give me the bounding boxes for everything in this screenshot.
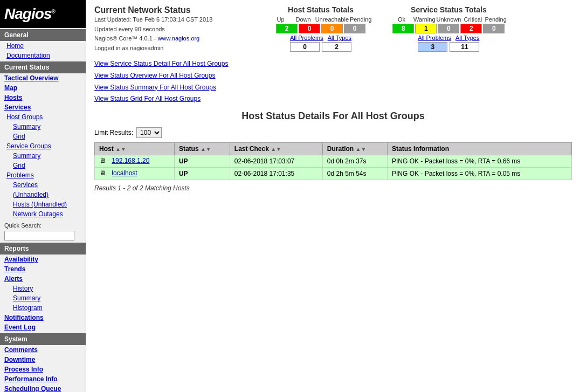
sidebar-item-alerts[interactable]: Alerts — [0, 274, 86, 284]
sidebar-item-event-log[interactable]: Event Log — [0, 322, 86, 332]
view-status-overview-link[interactable]: View Status Overview For All Host Groups — [94, 70, 572, 82]
view-status-summary-link[interactable]: View Status Summary For All Host Groups — [94, 82, 572, 94]
host-unreachable-label: Unreachable — [315, 16, 349, 23]
svc-all-problems-count[interactable]: 3 — [418, 42, 447, 52]
sidebar-item-host-groups[interactable]: Host Groups — [0, 112, 86, 122]
row1-host-link[interactable]: 192.168.1.20 — [112, 157, 149, 164]
svc-all-problems-link[interactable]: All Problems — [418, 35, 451, 41]
row1-status: UP — [179, 157, 188, 165]
status-sort-icon[interactable]: ▲▼ — [201, 146, 211, 152]
host-all-types-count[interactable]: 2 — [322, 42, 351, 52]
host-down-label: Down — [293, 16, 314, 23]
svc-unknown-count[interactable]: 0 — [438, 24, 459, 33]
svc-pending-count[interactable]: 0 — [483, 24, 505, 33]
row2-host-icon: 🖥 — [99, 169, 108, 178]
row1-last-check: 02-06-2018 17:03:07 — [230, 155, 322, 167]
svc-bottom-values: 3 11 — [391, 42, 507, 52]
version-text: Nagios® Core™ 4.0.1 - — [94, 35, 158, 42]
row1-status-info: PING OK - Packet loss = 0%, RTA = 0.66 m… — [388, 155, 572, 167]
col-duration: Duration ▲▼ — [322, 142, 387, 155]
svc-all-types-link[interactable]: All Types — [455, 35, 479, 41]
network-status-title: Current Network Status — [94, 5, 251, 15]
col-status-info-label: Status Information — [392, 145, 449, 153]
host-all-problems-count[interactable]: 0 — [290, 42, 320, 52]
row2-status-cell: UP — [174, 167, 230, 180]
row1-duration: 0d 0h 2m 37s — [322, 155, 387, 167]
version-link[interactable]: www.nagios.org — [158, 35, 200, 42]
host-up-count[interactable]: 2 — [276, 24, 298, 33]
limit-results-select[interactable]: 25 50 100 200 All — [136, 127, 162, 138]
version-line: Nagios® Core™ 4.0.1 - www.nagios.org — [94, 34, 251, 44]
host-pending-count[interactable]: 0 — [344, 24, 365, 33]
sidebar-item-documentation[interactable]: Documentation — [0, 51, 86, 60]
sidebar-item-services[interactable]: Services — [0, 102, 86, 112]
sidebar-item-host-groups-grid[interactable]: Grid — [0, 132, 86, 141]
sidebar-item-alerts-history[interactable]: History — [0, 284, 86, 293]
sidebar-item-home[interactable]: Home — [0, 41, 86, 51]
host-up-label: Up — [270, 16, 292, 23]
svc-warning-count[interactable]: 1 — [415, 24, 437, 33]
view-status-grid-link[interactable]: View Status Grid For All Host Groups — [94, 93, 572, 105]
svc-ok-label: Ok — [391, 16, 412, 23]
svc-pending-label: Pending — [485, 16, 506, 23]
host-all-types-link[interactable]: All Types — [328, 35, 351, 41]
sidebar-item-service-groups-grid[interactable]: Grid — [0, 161, 86, 170]
sidebar-item-hosts[interactable]: Hosts — [0, 93, 86, 102]
row2-last-check: 02-06-2018 17:01:35 — [230, 167, 322, 180]
host-all-problems-link[interactable]: All Problems — [290, 35, 323, 41]
quick-search-input[interactable] — [4, 231, 74, 240]
col-duration-label: Duration — [327, 145, 354, 153]
host-status-totals-values: 2 0 0 0 — [267, 24, 375, 33]
sidebar-item-scheduling-queue[interactable]: Scheduling Queue — [0, 384, 86, 392]
svc-all-types-count[interactable]: 11 — [450, 42, 479, 52]
svc-all-links: All Problems All Types — [391, 35, 507, 41]
sidebar-item-trends[interactable]: Trends — [0, 264, 86, 274]
sidebar-item-tactical-overview[interactable]: Tactical Overview — [0, 73, 86, 83]
sidebar-item-availability[interactable]: Availability — [0, 255, 86, 264]
host-down-count[interactable]: 0 — [299, 24, 320, 33]
duration-sort-icon[interactable]: ▲▼ — [356, 146, 367, 152]
sidebar-item-service-groups[interactable]: Service Groups — [0, 141, 86, 151]
sidebar-item-problems-hosts-unhandled[interactable]: Hosts (Unhandled) — [0, 200, 86, 209]
last-check-sort-icon[interactable]: ▲▼ — [271, 146, 281, 152]
col-host-label: Host — [99, 145, 114, 153]
results-count: Results 1 - 2 of 2 Matching Hosts — [94, 184, 572, 192]
main-content: Current Network Status Last Updated: Tue… — [86, 0, 580, 392]
sidebar-item-comments[interactable]: Comments — [0, 345, 86, 355]
row2-host-link[interactable]: localhost — [112, 169, 137, 177]
sidebar-item-alerts-summary[interactable]: Summary — [0, 293, 86, 303]
row2-status: UP — [179, 170, 188, 177]
sidebar-item-notifications[interactable]: Notifications — [0, 313, 86, 322]
logo-reg: ® — [51, 9, 54, 15]
table-row: 🖥 192.168.1.20 UP 02-06-2018 17:03:07 0d… — [95, 155, 572, 167]
svc-ok-count[interactable]: 8 — [392, 24, 414, 33]
service-status-totals-labels: Ok Warning Unknown Critical Pending — [391, 16, 507, 23]
sidebar-item-performance-info[interactable]: Performance Info — [0, 374, 86, 384]
logo-text: Nagios® — [4, 5, 55, 23]
quick-search-label: Quick Search: — [0, 219, 86, 230]
sidebar-item-process-info[interactable]: Process Info — [0, 365, 86, 374]
sidebar-item-alerts-histogram[interactable]: Histogram — [0, 303, 86, 313]
service-status-totals-values: 8 1 0 2 0 — [391, 24, 507, 33]
svc-critical-count[interactable]: 2 — [460, 24, 482, 33]
host-unreachable-count[interactable]: 0 — [321, 24, 343, 33]
sidebar-item-problems[interactable]: Problems — [0, 170, 86, 180]
row2-host-cell: 🖥 localhost — [95, 167, 175, 180]
sidebar-item-problems-services[interactable]: Services — [0, 180, 86, 190]
col-status-label: Status — [179, 145, 199, 153]
host-pending-label: Pending — [350, 16, 371, 23]
sidebar-item-service-groups-summary[interactable]: Summary — [0, 151, 86, 161]
logo-brand: Nagios — [4, 5, 51, 22]
view-service-status-detail-link[interactable]: View Service Status Detail For All Host … — [94, 58, 572, 70]
sidebar-item-map[interactable]: Map — [0, 83, 86, 93]
sidebar-item-problems-network-outages[interactable]: Network Outages — [0, 209, 86, 219]
row1-host-icon: 🖥 — [99, 157, 108, 166]
sidebar: Nagios® General Home Documentation Curre… — [0, 0, 86, 392]
sidebar-item-downtime[interactable]: Downtime — [0, 355, 86, 365]
host-sort-icon[interactable]: ▲▼ — [115, 146, 126, 152]
svc-unknown-label: Unknown — [437, 16, 461, 23]
sidebar-item-problems-services-unhandled[interactable]: (Unhandled) — [0, 190, 86, 200]
network-status-section: Current Network Status Last Updated: Tue… — [94, 5, 251, 53]
table-header-row: Host ▲▼ Status ▲▼ Last Check ▲▼ Duration… — [95, 142, 572, 155]
sidebar-item-host-groups-summary[interactable]: Summary — [0, 122, 86, 132]
